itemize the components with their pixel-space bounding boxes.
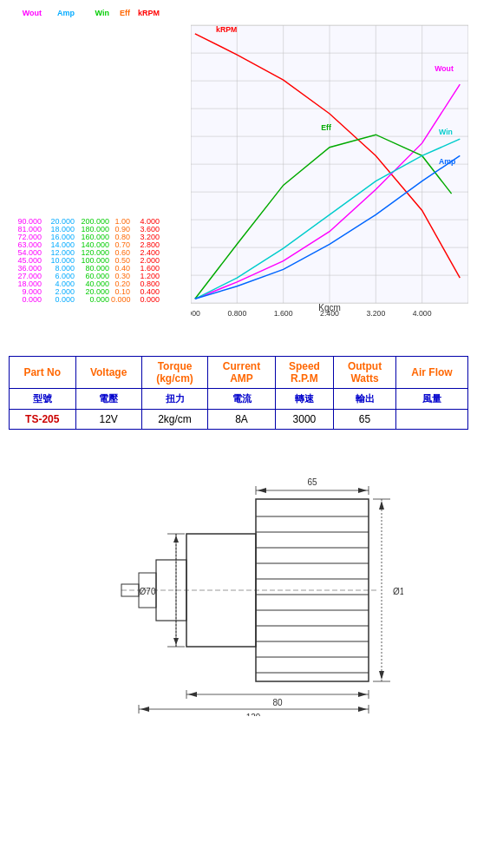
chart-svg: kRPM Wout Eff Win Amp 0.000 0. (191, 21, 468, 316)
y-axis-row: 0.000 0.000 0.000 0.000 0.000 (9, 296, 191, 304)
diagram-svg: Ø70 Ø127 65 80 139 (74, 473, 403, 716)
svg-text:65: 65 (307, 477, 317, 487)
x-axis-label: Kgcm (191, 303, 468, 312)
svg-marker-74 (140, 707, 149, 712)
table-japanese-row: 型號 電壓 扭力 電流 轉速 輸出 風量 (10, 389, 468, 410)
svg-marker-75 (358, 707, 367, 712)
table-section: Part No Voltage Torque(kg/cm) CurrentAMP… (0, 339, 477, 438)
data-current: 8A (208, 410, 275, 430)
svg-marker-62 (258, 488, 266, 493)
th-partno: Part No (10, 357, 76, 389)
y-labels: Wout Amp Win Eff kRPM 90.000 20.000 200.… (9, 9, 191, 304)
data-speed: 3000 (275, 410, 333, 430)
jp-voltage: 電壓 (75, 389, 141, 410)
svg-text:80: 80 (272, 698, 283, 707)
jp-speed: 轉速 (275, 389, 333, 410)
chart-svg-container: kRPM Wout Eff Win Amp 0.000 0. (191, 21, 468, 316)
svg-marker-68 (188, 692, 197, 697)
th-output: OutputWatts (334, 357, 396, 389)
svg-marker-50 (173, 536, 179, 542)
data-torque: 2kg/cm (141, 410, 208, 430)
svg-marker-69 (358, 692, 367, 697)
data-airflow (396, 410, 468, 430)
svg-text:Ø127: Ø127 (393, 587, 403, 596)
svg-text:Ø70: Ø70 (140, 587, 156, 596)
svg-marker-51 (173, 638, 179, 645)
svg-marker-57 (379, 671, 384, 680)
diagram-section: Ø70 Ø127 65 80 139 (0, 438, 477, 742)
th-speed: SpeedR.P.M (275, 357, 333, 389)
spec-table: Part No Voltage Torque(kg/cm) CurrentAMP… (9, 356, 468, 430)
y-axis-header: Wout Amp Win Eff kRPM (9, 9, 191, 17)
data-output: 65 (334, 410, 396, 430)
header-eff: Eff (111, 9, 130, 17)
svg-text:Amp: Amp (439, 157, 455, 166)
jp-partno: 型號 (10, 389, 76, 410)
data-voltage: 12V (75, 410, 141, 430)
y-rows: 90.000 20.000 200.000 1.00 4.000 81.000 … (9, 218, 191, 304)
jp-torque: 扭力 (141, 389, 208, 410)
th-current: CurrentAMP (208, 357, 275, 389)
header-krpm: kRPM (132, 9, 160, 17)
svg-text:139: 139 (246, 713, 261, 716)
th-voltage: Voltage (75, 357, 141, 389)
th-airflow: Air Flow (396, 357, 468, 389)
svg-marker-63 (358, 488, 367, 493)
chart-section: Wout Amp Win Eff kRPM 90.000 20.000 200.… (0, 0, 477, 339)
header-win: Win (76, 9, 109, 17)
data-partno: TS-205 (10, 410, 76, 430)
jp-airflow: 風量 (396, 389, 468, 410)
table-data-row: TS-205 12V 2kg/cm 8A 3000 65 (10, 410, 468, 430)
svg-text:Win: Win (439, 128, 453, 136)
header-wout: Wout (9, 9, 42, 17)
svg-marker-56 (379, 501, 384, 510)
svg-text:kRPM: kRPM (216, 25, 237, 34)
table-header-row: Part No Voltage Torque(kg/cm) CurrentAMP… (10, 357, 468, 389)
svg-text:Eff: Eff (321, 123, 331, 132)
chart-area: Wout Amp Win Eff kRPM 90.000 20.000 200.… (9, 9, 468, 312)
th-torque: Torque(kg/cm) (141, 357, 208, 389)
jp-current: 電流 (208, 389, 275, 410)
header-amp: Amp (43, 9, 75, 17)
jp-output: 輸出 (334, 389, 396, 410)
svg-text:Wout: Wout (435, 64, 454, 73)
